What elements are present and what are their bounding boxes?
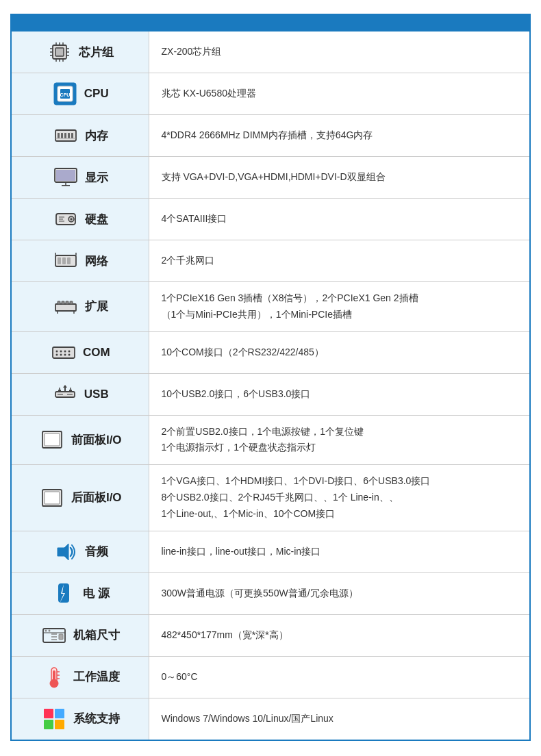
table-row: 扩展1个PCIeX16 Gen 3插槽（X8信号），2个PCIeX1 Gen 2… [12,282,529,332]
label-text-network: 网络 [85,253,108,269]
usb-icon [51,381,79,408]
svg-rect-65 [58,390,61,392]
label-cell-expansion: 扩展 [12,282,149,332]
svg-point-56 [64,353,66,355]
svg-text:CPU: CPU [60,92,70,97]
svg-rect-38 [62,257,66,264]
table-row: 系统支持Windows 7/Windows 10/Linux/国产Linux [12,698,529,740]
memory-icon [52,122,79,149]
value-cell-chipset: ZX-200芯片组 [149,32,529,73]
svg-rect-46 [70,301,73,304]
svg-point-78 [45,629,47,631]
label-text-os: 系统支持 [73,711,120,727]
temperature-icon [40,664,68,691]
label-cell-usb: USB [12,373,149,415]
os-icon [40,705,68,733]
label-cell-com: COM [12,331,149,373]
com-icon [50,339,77,366]
label-text-memory: 内存 [85,128,108,144]
svg-point-51 [60,350,62,352]
svg-point-53 [68,350,70,352]
svg-rect-20 [61,133,63,138]
label-text-chassis: 机箱尺寸 [73,627,120,643]
cpu-icon: CPU [51,80,79,108]
value-cell-usb: 10个USB2.0接口，6个USB3.0接口 [149,373,529,415]
label-cell-memory: 内存 [12,115,149,157]
svg-rect-1 [55,48,64,56]
svg-rect-22 [68,133,70,138]
svg-rect-66 [69,390,72,392]
value-cell-audio: line-in接口，line-out接口，Mic-in接口 [149,531,529,572]
table-row: 工作温度0～60°C [12,656,529,698]
svg-rect-39 [67,257,71,264]
svg-rect-37 [58,257,61,264]
spec-table: 芯片组ZX-200芯片组 CPU CPU兆芯 KX-U6580处理器 内存4*D… [12,32,529,740]
svg-rect-49 [53,347,75,358]
expansion-icon [52,293,79,320]
label-cell-display: 显示 [12,157,149,199]
svg-rect-19 [58,133,60,138]
svg-point-50 [55,350,58,352]
value-cell-display: 支持 VGA+DVI-D,VGA+HDMI,HDMI+DVI-D双显组合 [149,157,529,199]
label-text-rear-io: 后面板I/O [71,490,122,505]
table-row: USB10个USB2.0接口，6个USB3.0接口 [12,373,529,415]
value-cell-hdd: 4个SATAIII接口 [149,199,529,240]
label-cell-temperature: 工作温度 [12,656,149,698]
chassis-icon [40,622,68,649]
svg-rect-86 [53,670,55,683]
spec-table-container: 芯片组ZX-200芯片组 CPU CPU兆芯 KX-U6580处理器 内存4*D… [10,14,531,741]
label-text-expansion: 扩展 [85,299,108,314]
audio-icon [52,538,79,566]
label-cell-audio: 音频 [12,531,149,572]
table-row: 前面板I/O2个前置USB2.0接口，1个电源按键，1个复位键1个电源指示灯，1… [12,415,529,465]
label-text-front-io: 前面板I/O [71,432,122,448]
table-row: COM10个COM接口（2个RS232/422/485） [12,331,529,373]
label-cell-chipset: 芯片组 [12,32,149,73]
svg-rect-91 [55,709,64,718]
value-cell-chassis: 482*450*177mm（宽*深*高） [149,614,529,656]
label-text-usb: USB [84,388,109,401]
label-text-display: 显示 [85,170,108,186]
value-cell-network: 2个千兆网口 [149,240,529,282]
svg-marker-62 [63,385,67,388]
display-icon [52,164,79,191]
label-cell-chassis: 机箱尺寸 [12,614,149,656]
chipset-icon [46,38,73,66]
front-io-icon [38,426,66,453]
label-text-chipset: 芯片组 [79,45,114,60]
svg-marker-73 [58,544,68,560]
svg-rect-59 [58,394,63,395]
label-text-audio: 音频 [85,544,108,559]
label-text-cpu: CPU [84,87,109,101]
value-cell-rear-io: 1个VGA接口、1个HDMI接口、1个DVI-D接口、6个USB3.0接口8个U… [149,465,529,531]
table-row: CPU CPU兆芯 KX-U6580处理器 [12,73,529,115]
svg-rect-42 [55,304,76,311]
value-cell-cpu: 兆芯 KX-U6580处理器 [149,73,529,115]
table-row: 显示支持 VGA+DVI-D,VGA+HDMI,HDMI+DVI-D双显组合 [12,157,529,199]
label-cell-os: 系统支持 [12,698,149,740]
svg-rect-92 [44,720,53,729]
svg-point-32 [70,218,72,220]
value-cell-front-io: 2个前置USB2.0接口，1个电源按键，1个复位键1个电源指示灯，1个硬盘状态指… [149,415,529,465]
value-cell-os: Windows 7/Windows 10/Linux/国产Linux [149,698,529,740]
svg-point-79 [48,629,50,631]
table-row: 芯片组ZX-200芯片组 [12,32,529,73]
svg-rect-60 [67,394,73,395]
value-cell-expansion: 1个PCIeX16 Gen 3插槽（X8信号），2个PCIeX1 Gen 2插槽… [149,282,529,332]
svg-rect-21 [64,133,66,138]
svg-rect-23 [71,133,73,138]
svg-point-52 [64,350,66,352]
label-cell-cpu: CPU CPU [12,73,149,115]
power-icon [50,580,77,607]
label-cell-front-io: 前面板I/O [12,415,149,465]
svg-point-57 [68,353,70,355]
table-row: 网络2个千兆网口 [12,240,529,282]
value-cell-power: 300W普通电源（可更换550W普通/冗余电源） [149,572,529,614]
svg-rect-71 [45,492,60,504]
table-row: 后面板I/O1个VGA接口、1个HDMI接口、1个DVI-D接口、6个USB3.… [12,465,529,531]
label-text-hdd: 硬盘 [85,212,108,227]
label-text-temperature: 工作温度 [73,669,120,685]
network-icon [52,247,79,275]
label-cell-power: 电 源 [12,572,149,614]
rear-io-icon [38,484,66,512]
